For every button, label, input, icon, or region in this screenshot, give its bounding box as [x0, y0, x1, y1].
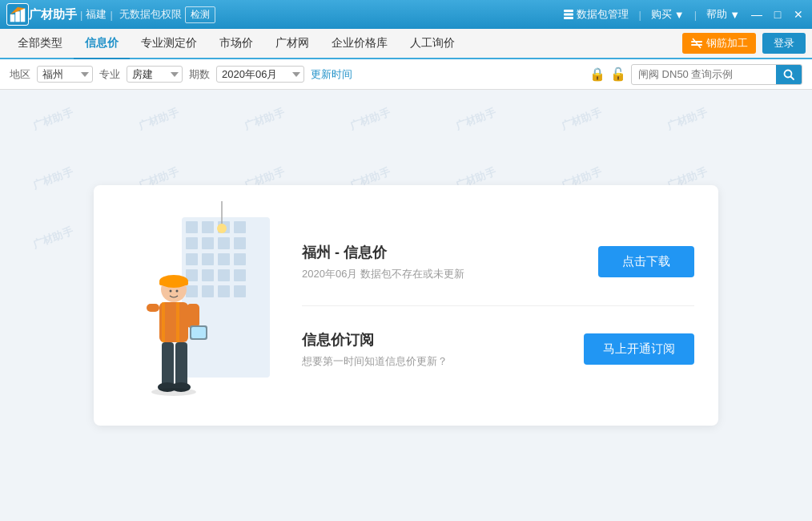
title-region: 福建 [86, 7, 107, 22]
svg-rect-47 [162, 342, 174, 386]
svg-point-39 [176, 290, 179, 293]
svg-point-38 [170, 290, 172, 293]
search-box [631, 64, 802, 85]
title-divider4: | [694, 9, 697, 21]
rebar-button[interactable]: 钢筋加工 [682, 33, 756, 54]
lock-icon[interactable]: 🔒 [589, 67, 605, 82]
svg-rect-8 [691, 41, 702, 42]
svg-rect-30 [202, 285, 214, 297]
svg-rect-43 [147, 304, 159, 312]
svg-rect-1 [10, 14, 15, 22]
region-select[interactable]: 福州 厦门 泉州 漳州 [37, 66, 93, 83]
svg-rect-42 [176, 302, 179, 342]
subscribe-info: 信息价订阅 想要第一时间知道信息价更新？ [302, 330, 448, 369]
detect-button[interactable]: 检测 [185, 6, 215, 23]
svg-rect-41 [162, 302, 165, 342]
unlock-icon[interactable]: 🔓 [610, 67, 626, 82]
svg-rect-24 [234, 253, 246, 265]
svg-rect-21 [186, 253, 198, 265]
tab-manual[interactable]: 人工询价 [399, 29, 466, 59]
nav-tabs-bar: 全部类型 信息价 专业测定价 市场价 广材网 企业价格库 人工询价 钢筋加工 登… [0, 29, 812, 59]
buy-button[interactable]: 购买 ▼ [651, 7, 685, 22]
title-bar: 广材助手 | 福建 | 无数据包权限 检测 数据包管理 | 购买 ▼ | 帮助 … [0, 0, 812, 29]
svg-rect-32 [234, 285, 246, 297]
svg-rect-19 [218, 237, 230, 249]
subscribe-section: 信息价订阅 想要第一时间知道信息价更新？ 马上开通订阅 [302, 330, 694, 369]
tab-all[interactable]: 全部类型 [6, 29, 74, 59]
card-right: 福州 - 信息价 2020年06月 数据包不存在或未更新 点击下载 信息价订阅 … [278, 243, 694, 369]
svg-point-34 [217, 224, 227, 233]
maximize-button[interactable]: □ [770, 7, 785, 22]
data-manage-button[interactable]: 数据包管理 [563, 7, 629, 22]
period-label: 期数 [189, 67, 210, 82]
download-info: 福州 - 信息价 2020年06月 数据包不存在或未更新 [302, 243, 464, 281]
svg-rect-29 [186, 285, 198, 297]
no-data-label: 无数据包权限 [119, 7, 182, 22]
filter-bar-right: 🔒 🔓 [589, 64, 802, 85]
svg-rect-6 [564, 14, 573, 16]
svg-rect-5 [564, 10, 573, 12]
subscribe-button[interactable]: 马上开通订阅 [584, 333, 694, 365]
svg-rect-22 [202, 253, 214, 265]
help-button[interactable]: 帮助 ▼ [706, 7, 740, 22]
profession-label: 专业 [99, 67, 120, 82]
main-content: 广材助手 广材助手 广材助手 广材助手 广材助手 广材助手 广材助手 广材助手 … [0, 90, 812, 521]
window-controls: — □ ✕ [750, 7, 806, 22]
tab-market[interactable]: 市场价 [208, 29, 264, 59]
svg-rect-16 [234, 221, 246, 233]
close-button[interactable]: ✕ [791, 7, 806, 22]
title-divider3: | [638, 9, 641, 21]
svg-rect-9 [691, 44, 702, 46]
app-title: 广材助手 [29, 7, 77, 22]
svg-rect-44 [187, 304, 199, 328]
title-actions: 数据包管理 | 购买 ▼ | 帮助 ▼ [563, 7, 740, 22]
filter-bar: 地区 福州 厦门 泉州 漳州 专业 房建 市政 装修 期数 2020年06月 2… [0, 59, 812, 90]
login-button[interactable]: 登录 [762, 33, 806, 54]
content-card: 福州 - 信息价 2020年06月 数据包不存在或未更新 点击下载 信息价订阅 … [94, 185, 718, 426]
svg-rect-48 [175, 342, 187, 386]
svg-rect-23 [218, 253, 230, 265]
svg-rect-2 [15, 11, 20, 22]
nav-tabs-right: 钢筋加工 登录 [682, 29, 806, 58]
download-subtitle: 2020年06月 数据包不存在或未更新 [302, 267, 464, 281]
svg-rect-28 [234, 269, 246, 281]
worker-illustration [118, 201, 278, 410]
svg-rect-31 [218, 285, 230, 297]
svg-rect-18 [202, 237, 214, 249]
minimize-button[interactable]: — [750, 7, 764, 22]
svg-rect-14 [202, 221, 214, 233]
subscribe-title: 信息价订阅 [302, 330, 448, 349]
svg-rect-13 [186, 221, 198, 233]
svg-rect-20 [234, 237, 246, 249]
app-logo-icon [6, 3, 29, 26]
region-label: 地区 [10, 67, 30, 82]
svg-rect-7 [564, 17, 573, 19]
svg-rect-27 [218, 269, 230, 281]
svg-line-11 [791, 76, 794, 79]
svg-rect-26 [202, 269, 214, 281]
download-button[interactable]: 点击下载 [598, 246, 694, 277]
download-title: 福州 - 信息价 [302, 243, 464, 262]
profession-select[interactable]: 房建 市政 装修 [127, 66, 183, 83]
svg-rect-37 [159, 281, 188, 285]
title-divider2: | [110, 9, 112, 21]
search-button[interactable] [776, 65, 802, 84]
svg-rect-17 [186, 237, 198, 249]
period-select[interactable]: 2020年06月 2020年05月 2020年04月 [216, 66, 304, 83]
title-divider1: | [80, 9, 82, 21]
svg-point-51 [151, 388, 196, 396]
search-input[interactable] [632, 66, 776, 83]
subscribe-subtitle: 想要第一时间知道信息价更新？ [302, 354, 448, 369]
tab-material[interactable]: 广材网 [264, 29, 320, 59]
tab-enterprise[interactable]: 企业价格库 [320, 29, 399, 59]
svg-rect-46 [191, 327, 206, 338]
tab-info[interactable]: 信息价 [74, 29, 130, 59]
update-time-button[interactable]: 更新时间 [311, 67, 352, 82]
section-divider [302, 305, 694, 306]
tab-measure[interactable]: 专业测定价 [130, 29, 208, 59]
download-section: 福州 - 信息价 2020年06月 数据包不存在或未更新 点击下载 [302, 243, 694, 281]
svg-rect-3 [21, 9, 26, 22]
